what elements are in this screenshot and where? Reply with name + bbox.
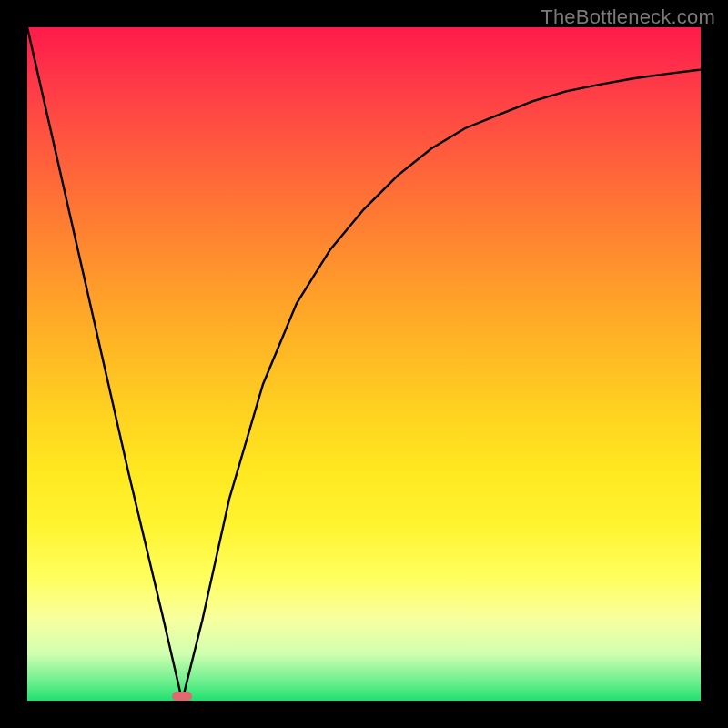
- minimum-marker: [172, 692, 192, 701]
- watermark-text: TheBottleneck.com: [541, 5, 715, 29]
- bottleneck-curve: [27, 27, 701, 701]
- curve-svg: [27, 27, 701, 701]
- outer-frame: TheBottleneck.com: [0, 0, 728, 728]
- plot-area: [27, 27, 701, 701]
